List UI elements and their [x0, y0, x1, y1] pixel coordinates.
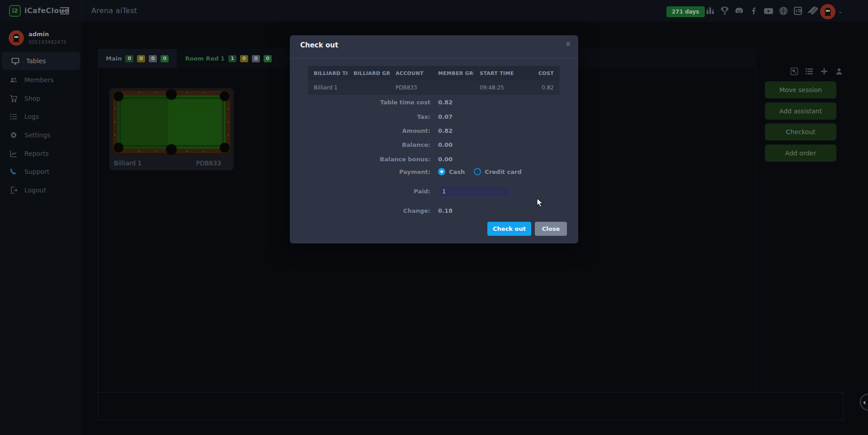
tab-main[interactable]: Main 0 0 0 0 [98, 49, 177, 68]
layers-icon[interactable] [807, 6, 818, 16]
sidebar-item-logs[interactable]: Logs [0, 108, 82, 126]
sidebar-item-label: Logout [24, 187, 46, 194]
paid-label: Paid: [308, 188, 430, 195]
sidebar-item-logout[interactable]: Logout [0, 181, 82, 199]
user-avatar[interactable] [820, 4, 835, 19]
modal-close-icon[interactable]: × [565, 40, 571, 48]
table-view-toolbar [790, 67, 844, 76]
tab-room-badge-2: 0 [240, 55, 248, 62]
payment-row: Payment: Cash Credit card [308, 165, 560, 178]
checkout-modal: Check out × BILLIARD TAB… BILLIARD GRO… … [290, 35, 578, 243]
sidebar-item-label: Tables [26, 57, 46, 65]
col-billiard-group: BILLIARD GRO… [348, 70, 390, 76]
icafe-logo-icon[interactable] [793, 6, 803, 16]
sidebar-item-settings[interactable]: Settings [0, 126, 82, 144]
sidebar-item-label: Logs [24, 113, 39, 120]
modal-checkout-button[interactable]: Check out [487, 222, 531, 236]
trophy-icon[interactable] [720, 6, 730, 16]
payment-option-credit-card[interactable]: Credit card [474, 168, 521, 175]
sidebar-item-tables[interactable]: Tables [2, 52, 80, 70]
tab-label: Room Red 1 [185, 55, 225, 62]
billiard-table-card[interactable]: Billiard 1 PDB833 [109, 88, 234, 170]
modal-close-button[interactable]: Close [535, 222, 567, 236]
summary-row-balance-bonus: Balance bonus: 0.00 [308, 152, 560, 166]
members-icon [9, 76, 18, 84]
billiard-table-image [109, 88, 234, 156]
facebook-icon[interactable] [749, 6, 759, 16]
tab-room-badge-4: 0 [264, 55, 272, 62]
layout-view-icon[interactable] [790, 67, 799, 76]
sidebar-item-shop[interactable]: Shop [0, 89, 82, 108]
sidebar-item-label: Reports [24, 150, 49, 157]
discord-icon[interactable] [734, 6, 744, 16]
logout-icon [9, 186, 18, 194]
payment-options: Cash Credit card [438, 168, 522, 175]
summary-label: Amount: [308, 127, 430, 134]
cart-icon [9, 94, 18, 103]
sidebar-user-avatar [9, 30, 24, 46]
tab-label: Main [106, 55, 122, 62]
modal-footer: Check out Close [290, 222, 578, 243]
guest-icon[interactable] [835, 67, 844, 76]
sidebar-item-support[interactable]: Support [0, 163, 82, 181]
session-table: BILLIARD TAB… BILLIARD GRO… ACCOUNT MEMB… [308, 66, 560, 95]
payment-option-cash[interactable]: Cash [438, 168, 465, 175]
profile-chevron-down-icon[interactable]: ⌄ [838, 8, 843, 14]
table-card-footer: Billiard 1 PDB833 [109, 156, 234, 170]
summary-value: 0.82 [438, 127, 453, 134]
youtube-icon[interactable] [763, 6, 774, 16]
tab-room-badge-1: 1 [228, 55, 236, 62]
table-account: PDB833 [196, 159, 222, 167]
radio-unselected-icon[interactable] [474, 168, 481, 175]
col-cost: COST [514, 70, 560, 76]
paid-input[interactable] [438, 185, 510, 197]
sidebar-item-label: Members [24, 76, 54, 84]
summary-value: 0.82 [438, 99, 453, 106]
phone-icon [9, 168, 18, 176]
col-account: ACCOUNT [390, 70, 432, 76]
tab-room-badge-3: 0 [252, 55, 260, 62]
list-icon [9, 112, 18, 121]
cell-billiard-table: Billiard 1 [308, 84, 348, 91]
chevron-left-icon: ‹ [863, 398, 866, 407]
tab-main-badge-3: 0 [149, 55, 157, 62]
add-assistant-button[interactable]: Add assistant [765, 103, 836, 120]
summary-value: 0.07 [438, 113, 453, 120]
paid-row: Paid: [308, 185, 560, 197]
col-billiard-table: BILLIARD TAB… [308, 70, 348, 76]
chart-line-icon [9, 150, 18, 158]
add-order-button[interactable]: Add order [765, 145, 836, 162]
cell-start-time: 09:48:25 [474, 84, 514, 91]
modal-title: Check out [300, 41, 338, 49]
col-member-group: MEMBER GRO… [432, 70, 474, 76]
session-table-row: Billiard 1 PDB833 09:48:25 0.82 [308, 80, 560, 95]
sidebar-item-members[interactable]: Members [0, 71, 82, 89]
empty-room-dropzone [98, 392, 844, 420]
sidebar-username: admin [28, 31, 49, 37]
move-session-button[interactable]: Move session [765, 81, 836, 98]
tab-room-red-1[interactable]: Room Red 1 1 0 0 0 [177, 49, 280, 68]
sidebar-item-label: Settings [24, 131, 50, 139]
change-value: 0.18 [438, 207, 453, 214]
payment-label: Payment: [308, 168, 430, 175]
sidebar-item-label: Shop [24, 95, 40, 102]
summary-label: Balance bonus: [308, 156, 430, 163]
tab-main-badge-4: 0 [160, 55, 169, 62]
tab-main-badge-1: 0 [125, 55, 133, 62]
ranking-icon[interactable] [705, 6, 715, 16]
globe-icon[interactable] [778, 6, 788, 16]
menu-toggle-icon[interactable] [60, 7, 69, 14]
add-table-icon[interactable] [820, 67, 829, 76]
page-title: Arena aiTest [91, 6, 137, 15]
table-name: Billiard 1 [114, 159, 142, 167]
license-days-badge: 271 days [666, 6, 705, 17]
list-view-icon[interactable] [805, 67, 814, 76]
sidebar-item-reports[interactable]: Reports [0, 145, 82, 163]
summary-row-table-time-cost: Table time cost 0.82 [308, 95, 560, 109]
content-right-divider [756, 68, 756, 392]
sidebar-user[interactable]: admin 005193482475 [0, 27, 82, 54]
modal-header-divider [290, 58, 578, 58]
radio-selected-icon[interactable] [438, 168, 445, 175]
header-icon-row [705, 6, 818, 16]
checkout-button[interactable]: Checkout [765, 123, 836, 140]
